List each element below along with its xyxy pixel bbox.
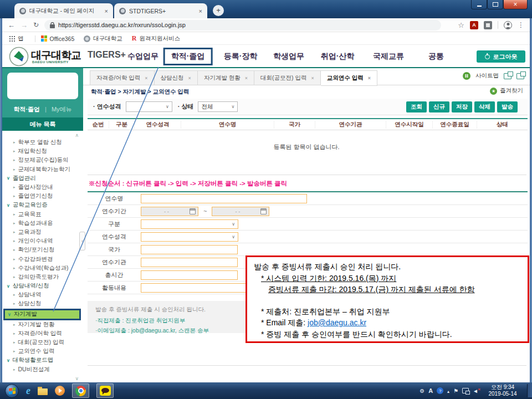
- email-link[interactable]: job@daegu.ac.kr: [308, 318, 366, 327]
- type-select[interactable]: [141, 219, 238, 229]
- sidebar-item[interactable]: 재입학신청: [2, 147, 83, 156]
- ime-language-icon[interactable]: [428, 387, 433, 394]
- tab-close-icon[interactable]: [105, 8, 108, 14]
- taskbar-clock[interactable]: 오전 9:34 2019-05-14: [484, 384, 521, 397]
- logout-button[interactable]: 로그아웃: [477, 50, 525, 63]
- back-icon[interactable]: [8, 21, 15, 29]
- sidebar-item[interactable]: 군제대복학가능학기: [2, 165, 83, 174]
- maximize-button[interactable]: [487, 0, 503, 9]
- media-player-icon[interactable]: [55, 386, 65, 396]
- nav-item-employment[interactable]: 취업·산학: [321, 52, 355, 62]
- sidebar-item[interactable]: 교외연수 입력: [2, 347, 83, 356]
- nav-item-records-highlighted[interactable]: 학적·졸업: [163, 48, 213, 65]
- tab-counseling[interactable]: 상담신청: [155, 70, 198, 85]
- sidebar-item[interactable]: 대회(공모전) 입력: [2, 338, 83, 347]
- start-button[interactable]: [5, 384, 19, 398]
- nav-item-international[interactable]: 국제교류: [373, 52, 404, 62]
- sidebar-section[interactable]: 대학생활로드맵: [2, 356, 83, 365]
- sidebar-item[interactable]: 개인이수내역: [2, 237, 83, 245]
- bookmark-office365[interactable]: Office365: [41, 35, 75, 42]
- sidebar-item[interactable]: 졸업연기신청: [2, 192, 83, 201]
- start-date-input[interactable]: - -: [141, 207, 198, 216]
- close-icon[interactable]: [311, 75, 314, 81]
- sitemap-label[interactable]: 사이트맵: [475, 72, 499, 80]
- nav-item-student-affairs[interactable]: 학생업무: [273, 52, 304, 62]
- sidebar-item[interactable]: 졸업사정안내: [2, 183, 83, 192]
- calendar-icon[interactable]: [190, 208, 196, 214]
- new-button[interactable]: 신규: [429, 101, 449, 112]
- status-select[interactable]: 전체: [198, 101, 238, 112]
- training-nature-form-select[interactable]: [141, 232, 238, 242]
- close-icon[interactable]: [188, 75, 191, 81]
- close-icon[interactable]: [145, 75, 147, 81]
- minimize-button[interactable]: [471, 0, 487, 9]
- institution-input[interactable]: [141, 258, 238, 267]
- bookmark-apps[interactable]: 앱: [9, 35, 24, 43]
- sidebar-item[interactable]: 상담신청: [2, 299, 83, 308]
- sidebar-item[interactable]: DU비전설계: [2, 365, 83, 374]
- tab-external-training-active[interactable]: 교외연수 입력: [321, 70, 377, 86]
- reload-icon[interactable]: [33, 21, 39, 29]
- network-icon[interactable]: [462, 388, 469, 393]
- adobe-extension-icon[interactable]: [470, 21, 478, 29]
- sidebar-item[interactable]: 상담내역: [2, 290, 83, 299]
- sidebar-section[interactable]: 공학교육인증: [2, 201, 83, 209]
- sidebar-collapse-handle[interactable]: [79, 232, 85, 250]
- sidebar-section[interactable]: 졸업관리: [2, 174, 83, 183]
- show-desktop-button[interactable]: [527, 384, 532, 397]
- address-bar[interactable]: https://tigersstd.daegu.ac.kr/nxrun/ssoL…: [44, 20, 441, 30]
- sidebar-item[interactable]: 정보제공(수집)동의: [2, 156, 83, 165]
- bookmark-star-icon[interactable]: [458, 21, 464, 29]
- chevron-up-icon[interactable]: [75, 132, 79, 138]
- sidebar-section[interactable]: 상담내역/신청: [2, 282, 83, 290]
- internet-explorer-icon[interactable]: [26, 385, 30, 397]
- close-button[interactable]: [503, 0, 528, 9]
- training-nature-select[interactable]: [126, 101, 172, 112]
- bookmark-remote-support[interactable]: 원격지원서비스: [132, 34, 180, 43]
- new-tab-button[interactable]: [213, 5, 224, 16]
- calendar-icon[interactable]: [260, 208, 267, 214]
- nav-item-classes[interactable]: 수업업무: [127, 52, 158, 62]
- sidebar-item[interactable]: 수강강좌변경: [2, 254, 83, 263]
- close-icon[interactable]: [368, 75, 371, 81]
- country-input[interactable]: [141, 245, 238, 254]
- chrome-taskbar-button[interactable]: [72, 383, 89, 398]
- send-button[interactable]: 발송: [497, 101, 518, 112]
- search-button[interactable]: 조회: [406, 101, 427, 112]
- favorites-row[interactable]: 즐겨찾기: [490, 87, 523, 95]
- extension-icon[interactable]: [484, 21, 492, 29]
- chevron-down-icon[interactable]: [75, 376, 79, 381]
- tray-expand-icon[interactable]: [447, 388, 449, 394]
- total-hours-input[interactable]: [141, 270, 238, 280]
- tab-close-icon[interactable]: [199, 8, 202, 14]
- popup-window-icon[interactable]: [516, 73, 524, 79]
- new-window-icon[interactable]: [504, 73, 511, 79]
- delete-button[interactable]: 삭제: [474, 101, 495, 112]
- sidebar-item[interactable]: 학부모 열람 신청: [2, 138, 83, 147]
- muted-speaker-icon[interactable]: [473, 388, 478, 394]
- tab-contest[interactable]: 대회(공모전) 입력: [254, 70, 321, 85]
- menu-dots-icon[interactable]: [518, 21, 524, 29]
- tab-self-development-status[interactable]: 자기계발 현황: [198, 70, 254, 85]
- settings-tray-icon[interactable]: [420, 388, 424, 394]
- end-date-input[interactable]: - -: [212, 207, 269, 216]
- sidebar-item[interactable]: 교육목표: [2, 210, 83, 219]
- bookmark-university[interactable]: 대구대학교: [84, 35, 122, 43]
- nav-item-registration[interactable]: 등록·장학: [224, 52, 258, 62]
- sidebar-item[interactable]: 자기계발 현황: [2, 320, 83, 329]
- sidebar-section-self-development-highlighted[interactable]: 자기계발: [3, 309, 81, 320]
- file-explorer-icon[interactable]: [38, 388, 48, 395]
- browser-tab-main[interactable]: 대구대학교 - 메인 페이지: [14, 3, 113, 18]
- sidebar-item[interactable]: 확인/포기신청: [2, 245, 83, 254]
- close-icon[interactable]: [245, 75, 248, 81]
- action-center-icon[interactable]: [453, 388, 458, 394]
- help-tray-icon[interactable]: [437, 387, 443, 394]
- sidebar-item[interactable]: 수강내역(학습성과): [2, 264, 83, 273]
- save-button[interactable]: 저장: [452, 101, 472, 112]
- sidebar-item[interactable]: 강의만족도평가: [2, 273, 83, 282]
- sidebar-tab-records[interactable]: 학적·졸업: [13, 105, 40, 114]
- nav-item-common[interactable]: 공통: [428, 52, 444, 62]
- forward-icon[interactable]: [21, 21, 28, 29]
- sidebar-item[interactable]: 교육과정: [2, 228, 83, 237]
- kakaotalk-taskbar-button[interactable]: [96, 383, 114, 398]
